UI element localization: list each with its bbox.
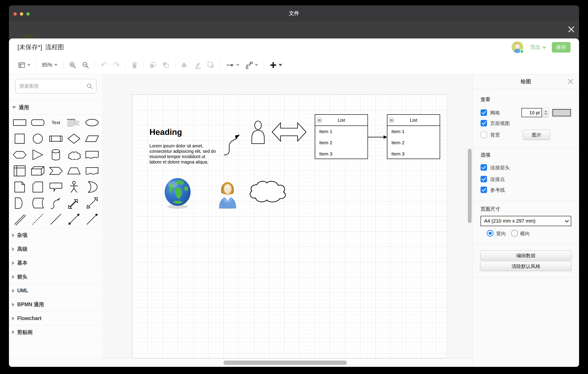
shape-bidirectional-connector[interactable] (68, 213, 80, 225)
sidebar-section-bpmn[interactable]: BPMN 通用 (9, 297, 103, 311)
shape-curve[interactable] (50, 197, 62, 209)
shape-rectangle[interactable] (12, 117, 27, 128)
shape-trapezoid[interactable] (67, 166, 81, 176)
zoom-level-dropdown[interactable]: 85% (39, 59, 61, 71)
background-image-button[interactable]: 图片 (523, 130, 550, 140)
delete-button[interactable] (128, 59, 141, 71)
shape-or[interactable] (86, 181, 98, 193)
save-button[interactable]: 保存 (552, 42, 571, 53)
undo-button[interactable]: ↶ (98, 59, 110, 71)
list-shape[interactable]: List Item 1 Item 2 Item 3 (387, 114, 440, 159)
shape-parallelogram[interactable] (85, 133, 99, 144)
shape-textbox[interactable]: Heading Lorem ipsum dolor sit amet, cons… (67, 118, 81, 127)
clear-default-style-button[interactable]: 清除默认风格 (480, 261, 572, 271)
zoom-in-button[interactable] (66, 59, 79, 71)
sidebar-section-advanced[interactable]: 高级 (9, 242, 103, 256)
sidebar-section-clipart[interactable]: 剪贴画 (9, 325, 103, 339)
shape-cube[interactable] (31, 166, 45, 176)
shape-diamond[interactable] (67, 133, 81, 144)
line-color-button[interactable] (191, 59, 204, 71)
background-checkbox[interactable] (481, 132, 487, 138)
shape-hexagon[interactable] (12, 149, 27, 160)
to-front-button[interactable] (146, 59, 159, 71)
connection-points-checkbox[interactable] (481, 176, 487, 182)
horizontal-scrollbar[interactable] (223, 361, 347, 365)
page-size-select[interactable]: A4 (210 mm x 297 mm) (481, 216, 571, 226)
zoom-out-button[interactable] (79, 59, 92, 71)
list-item[interactable]: Item 3 (315, 148, 368, 159)
shape-cloud[interactable] (67, 150, 81, 160)
shape-circle[interactable] (32, 133, 43, 144)
shape-text[interactable]: Text (52, 120, 60, 125)
shape-arrow[interactable] (85, 197, 98, 209)
canvas-globe-clipart[interactable] (163, 178, 192, 209)
grid-size-stepper[interactable] (543, 108, 549, 118)
sidebar-section-basic[interactable]: 基本 (9, 256, 103, 270)
redo-button[interactable]: ↷ (110, 59, 123, 71)
shape-callout[interactable] (49, 182, 63, 192)
canvas-curve-arrow[interactable] (222, 132, 243, 157)
shape-internal-storage[interactable] (13, 165, 26, 177)
shape-ellipse[interactable] (85, 117, 99, 128)
close-icon[interactable] (567, 25, 575, 33)
grid-checkbox[interactable] (481, 109, 487, 116)
grid-size-input[interactable] (521, 108, 542, 117)
vertical-scrollbar[interactable] (468, 149, 472, 223)
collapse-icon[interactable] (317, 118, 322, 122)
shape-cylinder[interactable] (51, 149, 61, 161)
list-item[interactable]: Item 1 (387, 126, 440, 137)
shape-dashed-line[interactable] (32, 213, 44, 225)
shape-tape[interactable] (85, 166, 99, 176)
canvas-cloud-shape[interactable] (246, 175, 289, 206)
list-item[interactable]: Item 3 (387, 148, 440, 159)
sidebar-section-uml[interactable]: UML (9, 284, 103, 297)
drawing-canvas[interactable]: Heading Lorem ipsum dolor sit amet, cons… (103, 74, 472, 358)
shape-directional-connector[interactable] (86, 213, 98, 225)
insert-button[interactable] (267, 59, 285, 71)
connection-arrows-checkbox[interactable] (481, 164, 487, 171)
shape-document[interactable] (85, 150, 99, 160)
list-shape[interactable]: List Item 1 Item 2 Item 3 (315, 114, 368, 159)
sidebar-section-general[interactable]: 通用 (9, 100, 103, 115)
shape-bidirectional-arrow[interactable] (67, 197, 80, 209)
shape-process[interactable] (49, 133, 63, 144)
shape-triangle[interactable] (32, 149, 44, 161)
grid-color-swatch[interactable] (551, 108, 572, 117)
search-input[interactable] (19, 83, 87, 89)
shadow-button[interactable] (204, 59, 218, 71)
avatar[interactable] (512, 41, 523, 53)
shape-and[interactable] (14, 197, 25, 209)
page-view-button[interactable] (15, 59, 33, 71)
canvas-heading-text[interactable]: Heading (149, 128, 182, 137)
list-item[interactable]: Item 1 (315, 126, 368, 137)
collapse-icon[interactable] (389, 118, 394, 122)
export-button[interactable]: 导出 (530, 44, 545, 51)
waypoint-style-button[interactable] (242, 59, 261, 71)
shape-note[interactable] (14, 181, 25, 193)
sidebar-section-arrows[interactable]: 箭头 (9, 270, 103, 284)
canvas-double-arrow-shape[interactable] (271, 120, 307, 145)
to-back-button[interactable] (159, 59, 172, 71)
landscape-radio[interactable] (511, 230, 518, 237)
list-item[interactable]: Item 2 (315, 137, 368, 148)
shape-link[interactable] (13, 213, 26, 225)
shape-step[interactable] (49, 166, 63, 176)
sidebar-section-flowchart[interactable]: Flowchart (9, 311, 103, 325)
shape-data-storage[interactable] (31, 197, 44, 209)
shape-rounded-rectangle[interactable] (31, 117, 45, 128)
shape-card[interactable] (32, 181, 43, 193)
shape-actor[interactable] (70, 181, 78, 193)
close-icon[interactable] (567, 78, 574, 85)
edit-data-button[interactable]: 编辑数据 (480, 251, 572, 260)
canvas-woman-clipart[interactable] (217, 180, 239, 209)
canvas-actor-shape[interactable] (250, 120, 266, 144)
list-item[interactable]: Item 2 (387, 137, 440, 148)
guides-checkbox[interactable] (481, 187, 487, 193)
page-view-checkbox[interactable] (481, 120, 487, 126)
shape-line[interactable] (50, 213, 62, 225)
portrait-radio[interactable] (487, 230, 494, 237)
canvas-connector-arrow[interactable] (368, 134, 388, 140)
canvas-paragraph-text[interactable]: Lorem ipsum dolor sit amet, consectetur … (149, 143, 217, 165)
sidebar-section-misc[interactable]: 杂项 (9, 228, 103, 242)
shape-square[interactable] (14, 133, 25, 144)
